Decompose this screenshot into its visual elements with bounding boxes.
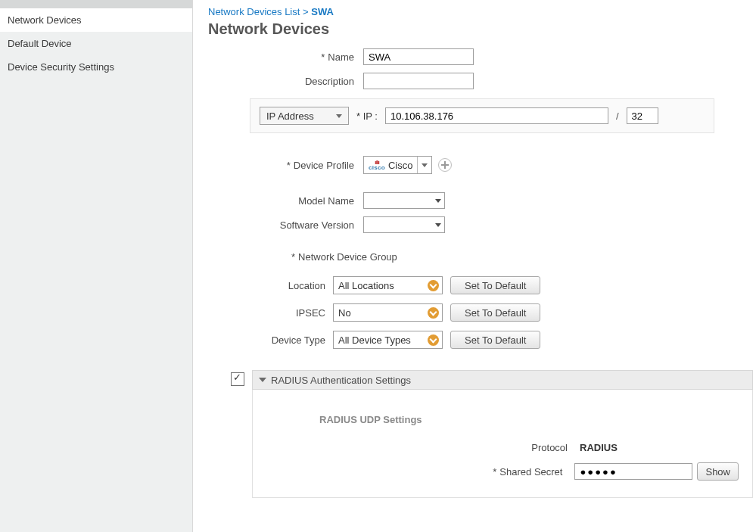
show-secret-button[interactable]: Show (697, 462, 739, 481)
name-input[interactable] (363, 48, 474, 65)
main-content: Network Devices List > SWA Network Devic… (193, 0, 756, 532)
required-star: * (291, 251, 295, 263)
chevron-down-icon (336, 114, 342, 118)
description-label: Description (208, 76, 363, 87)
breadcrumb-separator: > (303, 6, 309, 17)
expand-icon (428, 307, 439, 319)
ip-prefix-input[interactable] (627, 107, 658, 124)
name-label: *Name (208, 51, 363, 63)
ip-prefix-separator: / (616, 110, 619, 122)
location-default-button[interactable]: Set To Default (450, 276, 540, 294)
model-name-select[interactable] (363, 192, 445, 209)
shared-secret-label: *Shared Secret (493, 466, 574, 478)
protocol-value: RADIUS (580, 442, 739, 453)
protocol-label: Protocol (531, 442, 580, 453)
model-name-label: Model Name (208, 195, 363, 207)
radius-header-label: RADIUS Authentication Settings (271, 375, 411, 386)
chevron-down-icon (422, 163, 428, 167)
ndg-section-label: *Network Device Group (291, 251, 756, 263)
device-type-select[interactable]: All Device Types (333, 331, 443, 349)
cisco-logo-icon: ııllııcisco (369, 160, 385, 170)
device-profile-label: *Device Profile (208, 160, 363, 171)
device-type-value: All Device Types (338, 334, 411, 346)
page-title: Network Devices (208, 20, 756, 38)
ip-input[interactable] (385, 107, 608, 124)
collapse-icon (259, 378, 266, 382)
expand-icon (428, 280, 439, 291)
breadcrumb: Network Devices List > SWA (208, 6, 756, 17)
breadcrumb-parent-link[interactable]: Network Devices List (208, 6, 300, 17)
device-type-label: Device Type (208, 334, 333, 346)
ipsec-select[interactable]: No (333, 303, 443, 322)
device-profile-value: Cisco (388, 160, 413, 171)
sidebar: Network Devices Default Device Device Se… (0, 0, 193, 532)
ipsec-default-button[interactable]: Set To Default (450, 303, 540, 322)
sidebar-top-strip (0, 0, 192, 8)
ip-address-block: IP Address * IP : / (250, 98, 714, 133)
location-select[interactable]: All Locations (333, 276, 443, 294)
device-type-default-button[interactable]: Set To Default (450, 331, 540, 349)
chevron-down-icon (435, 199, 441, 203)
radius-header[interactable]: RADIUS Authentication Settings (252, 370, 753, 390)
ip-type-value: IP Address (266, 110, 314, 122)
required-star: * (493, 466, 496, 478)
description-input[interactable] (363, 73, 474, 89)
shared-secret-input[interactable] (574, 463, 692, 480)
sidebar-item-device-security-settings[interactable]: Device Security Settings (0, 55, 192, 79)
ip-label: * IP : (356, 110, 378, 122)
location-value: All Locations (338, 280, 394, 291)
radius-panel: RADIUS Authentication Settings RADIUS UD… (252, 370, 753, 498)
software-version-label: Software Version (208, 219, 363, 231)
required-star: * (321, 51, 325, 63)
ipsec-label: IPSEC (208, 307, 333, 319)
add-profile-icon[interactable] (438, 158, 452, 172)
ip-type-select[interactable]: IP Address (260, 107, 349, 125)
ipsec-value: No (338, 307, 351, 319)
required-star: * (287, 160, 291, 171)
expand-icon (428, 334, 439, 346)
sidebar-item-network-devices[interactable]: Network Devices (0, 8, 192, 32)
radius-udp-subtitle: RADIUS UDP Settings (319, 414, 742, 425)
breadcrumb-current: SWA (311, 6, 334, 17)
radius-enable-checkbox[interactable] (231, 372, 244, 386)
location-label: Location (208, 280, 333, 291)
software-version-select[interactable] (363, 216, 445, 233)
device-profile-select[interactable]: ııllııcisco Cisco (363, 156, 432, 174)
sidebar-item-default-device[interactable]: Default Device (0, 32, 192, 55)
chevron-down-icon (435, 223, 441, 227)
